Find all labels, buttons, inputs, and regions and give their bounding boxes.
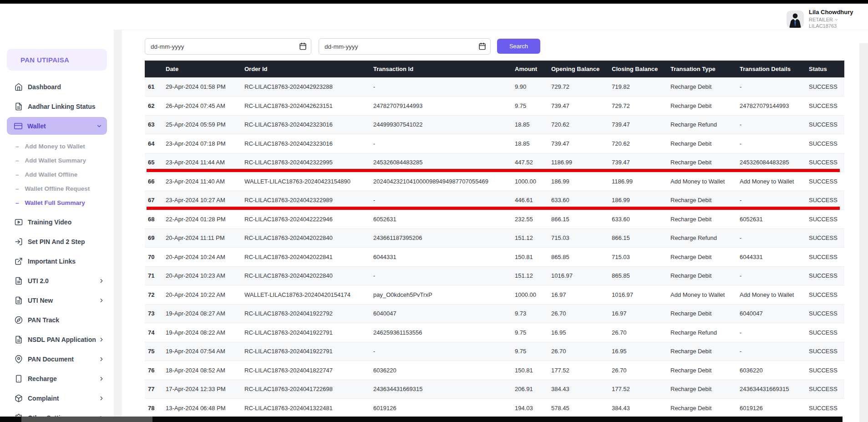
cell-amount: 150.81 <box>515 361 551 380</box>
search-button[interactable]: Search <box>497 39 540 54</box>
table-row: 6129-Apr-2024 01:58 PMRC-LILAC18763-2024… <box>145 77 844 97</box>
sidebar-item-recharge[interactable]: Recharge <box>0 369 114 388</box>
cell-closing: 633.60 <box>612 210 670 229</box>
cell-transaction_id: 6052631 <box>373 210 515 229</box>
horizontal-scrollbar[interactable] <box>0 417 843 422</box>
cell-transaction_id: 6044331 <box>373 248 515 267</box>
log-in-icon <box>15 238 23 246</box>
dash-bullet: – <box>15 185 19 192</box>
date-to-input[interactable] <box>319 38 491 55</box>
table-row: 7120-Apr-2024 10:23 AMRC-LILAC18763-2024… <box>145 266 844 285</box>
sidebar-item-uti-2-0[interactable]: UTI 2.0 <box>0 271 114 290</box>
cell-transaction_id: 20240423210410000989494987707055469 <box>373 172 515 191</box>
column-header-sn <box>145 61 166 77</box>
sidebar-item-pan-track[interactable]: PAN Track <box>0 310 114 330</box>
chevron-down-icon <box>96 123 102 129</box>
cell-sn: 64 <box>145 134 166 153</box>
sidebar-item-label: Training Video <box>28 219 71 226</box>
sidebar-subitem-add-wallet-summary[interactable]: –Add Wallet Summary <box>0 153 114 168</box>
cell-details: - <box>740 266 809 285</box>
table-row: 6822-Apr-2024 01:28 PMRC-LILAC18763-2024… <box>145 210 844 229</box>
user-name: Lila Chowdhury <box>809 9 853 16</box>
horizontal-scrollbar-thumb[interactable] <box>21 417 152 422</box>
cell-type: Add Money to Wallet <box>670 172 740 191</box>
cell-closing: 739.47 <box>612 115 670 134</box>
red-highlight-underline <box>147 207 840 210</box>
table-row: 7618-Apr-2024 08:52 AMRC-LILAC18763-2024… <box>145 361 844 380</box>
cell-opening: 866.15 <box>551 210 612 229</box>
brand-pill[interactable]: PAN UTIPAISA <box>7 49 107 71</box>
column-header-order-id: Order Id <box>244 61 373 77</box>
cell-details: - <box>740 115 809 134</box>
chevron-right-icon <box>98 376 105 382</box>
cell-sn: 77 <box>145 380 166 399</box>
sidebar-item-important-links[interactable]: Important Links <box>0 251 114 271</box>
sidebar-item-dashboard[interactable]: Dashboard <box>0 77 114 97</box>
chevron-right-icon <box>98 336 105 343</box>
cell-type: Recharge Debit <box>670 399 740 417</box>
sidebar-item-label: Wallet <box>27 122 46 130</box>
cell-date: 18-Apr-2024 08:52 AM <box>166 361 244 380</box>
cell-type: Recharge Debit <box>670 304 740 323</box>
vertical-scrollbar-track[interactable] <box>859 43 868 422</box>
cell-type: Recharge Debit <box>670 266 740 285</box>
cell-amount: 9.75 <box>515 323 551 342</box>
sidebar-item-uti-new[interactable]: UTI New <box>0 290 114 310</box>
sidebar-subitem-wallet-full-summary[interactable]: –Wallet Full Summary <box>0 196 114 210</box>
dash-bullet: – <box>15 143 19 150</box>
date-from-field <box>145 38 311 55</box>
sidebar-item-nsdl-pan-application[interactable]: NSDL PAN Application <box>0 330 114 349</box>
cell-amount: 9.73 <box>515 304 551 323</box>
dash-bullet: – <box>15 199 19 206</box>
sidebar-subitem-wallet-offline-request[interactable]: –Wallet Offline Request <box>0 182 114 196</box>
sidebar-subitem-add-wallet-offline[interactable]: –Add Wallet Offline <box>0 168 114 182</box>
file-text-icon <box>15 102 23 111</box>
table-row: 6226-Apr-2024 07:45 AMRC-LILAC18763-2024… <box>145 97 844 116</box>
sidebar-item-pan-document[interactable]: PAN Document <box>0 349 114 369</box>
table-row: 6325-Apr-2024 05:59 PMRC-LILAC18763-2024… <box>145 115 844 134</box>
cell-sn: 69 <box>145 229 166 248</box>
date-from-input[interactable] <box>145 38 311 55</box>
cell-date: 25-Apr-2024 05:59 PM <box>166 115 244 134</box>
sidebar-item-wallet[interactable]: Wallet <box>7 117 107 135</box>
cell-sn: 76 <box>145 361 166 380</box>
sidebar-item-complaint[interactable]: Complaint <box>0 388 114 408</box>
sidebar-subitem-add-money-to-wallet[interactable]: –Add Money to Wallet <box>0 139 114 153</box>
sidebar-menu: DashboardAadhar Linking StatusWallet–Add… <box>0 77 114 417</box>
cell-status: SUCCESS <box>809 380 844 399</box>
cell-status: SUCCESS <box>809 77 844 97</box>
cell-transaction_id: 6019126 <box>373 399 515 417</box>
cell-transaction_id: 243661187395206 <box>373 229 515 248</box>
cell-type: Recharge Refund <box>670 115 740 134</box>
cell-transaction_id: - <box>373 77 515 97</box>
cell-details: - <box>740 229 809 248</box>
cell-order_id: RC-LILAC18763-2024041822747 <box>244 361 373 380</box>
cell-order_id: RC-LILAC18763-2024042323016 <box>244 115 373 134</box>
avatar <box>787 10 804 28</box>
cell-closing: 177.52 <box>612 380 670 399</box>
cell-opening: 578.45 <box>551 399 612 417</box>
cell-closing: 26.70 <box>612 361 670 380</box>
cell-order_id: WALLET-LILAC18763-20240423154890 <box>244 172 373 191</box>
cell-status: SUCCESS <box>809 97 844 116</box>
user-menu[interactable]: Lila Chowdhury RETAILER LILAC18763 <box>787 9 853 29</box>
sidebar-item-label: NSDL PAN Application <box>28 336 96 343</box>
chevron-right-icon <box>98 278 105 284</box>
map-pin-icon <box>15 355 23 363</box>
dash-bullet: – <box>15 157 19 164</box>
sidebar-item-aadhar-linking-status[interactable]: Aadhar Linking Status <box>0 97 114 116</box>
cell-date: 19-Apr-2024 07:54 AM <box>166 342 244 361</box>
cell-status: SUCCESS <box>809 342 844 361</box>
column-header-opening-balance: Opening Balance <box>551 61 612 77</box>
cell-opening: 16.95 <box>551 323 612 342</box>
sidebar-item-other-settings[interactable]: Other Settings <box>0 408 114 417</box>
cell-amount: 151.12 <box>515 229 551 248</box>
cell-sn: 70 <box>145 248 166 267</box>
smartphone-icon <box>15 375 23 383</box>
cell-amount: 9.90 <box>515 77 551 97</box>
sidebar-item-training-video[interactable]: Training Video <box>0 212 114 232</box>
sidebar-item-set-pin-and-2-step[interactable]: Set PIN And 2 Step <box>0 232 114 251</box>
sidebar-scrollbar-track[interactable] <box>114 30 122 417</box>
cell-type: Recharge Debit <box>670 248 740 267</box>
cell-order_id: RC-LILAC18763-2024042923288 <box>244 77 373 97</box>
